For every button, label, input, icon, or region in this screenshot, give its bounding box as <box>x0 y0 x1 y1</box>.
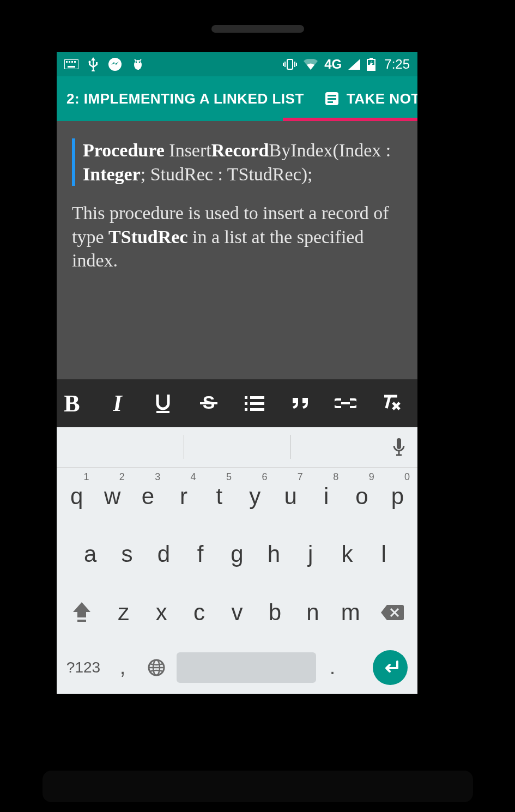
notes-icon <box>324 90 340 107</box>
svg-rect-4 <box>74 61 76 63</box>
key-i[interactable]: i8 <box>308 472 344 520</box>
key-b[interactable]: b <box>256 589 294 637</box>
clock-label: 7:25 <box>384 57 410 72</box>
key-w[interactable]: w2 <box>94 472 130 520</box>
messenger-icon <box>108 57 122 71</box>
backspace-key[interactable] <box>369 604 415 621</box>
key-p[interactable]: p0 <box>380 472 415 520</box>
quote-button[interactable] <box>282 387 319 420</box>
mic-icon[interactable] <box>392 438 405 457</box>
key-m[interactable]: m <box>332 589 369 637</box>
key-t[interactable]: t5 <box>202 472 237 520</box>
svg-rect-20 <box>156 411 169 413</box>
key-e[interactable]: e3 <box>130 472 166 520</box>
key-z[interactable]: z <box>105 589 142 637</box>
key-s[interactable]: s <box>108 530 145 578</box>
svg-rect-17 <box>328 95 336 96</box>
key-u[interactable]: u7 <box>272 472 308 520</box>
svg-rect-24 <box>250 396 264 399</box>
keyboard-row-3: zxcvbnm <box>57 584 417 641</box>
italic-button[interactable]: I <box>99 387 136 420</box>
tab-take-notes[interactable]: TAKE NOTES <box>314 76 417 121</box>
tab-left-label: 2: IMPLEMENTING A LINKED LIST <box>66 90 304 107</box>
space-key[interactable] <box>177 652 316 683</box>
soft-keyboard: q1w2e3r4t5y6u7i8o9p0 asdfghjkl zxcvbnm ?… <box>57 427 417 694</box>
tab-bar: 2: IMPLEMENTING A LINKED LIST TAKE NOTES <box>57 76 417 121</box>
key-g[interactable]: g <box>219 530 255 578</box>
keyboard-row-1: q1w2e3r4t5y6u7i8o9p0 <box>57 468 417 525</box>
key-f[interactable]: f <box>182 530 219 578</box>
usb-icon <box>88 57 98 71</box>
language-key[interactable] <box>140 648 173 687</box>
comma-key[interactable]: , <box>109 648 136 687</box>
key-j[interactable]: j <box>292 530 329 578</box>
code-quote-block: Procedure InsertRecordByIndex(Index : In… <box>72 138 402 186</box>
suggestion-bar[interactable] <box>57 427 417 468</box>
svg-rect-1 <box>66 61 68 63</box>
key-o[interactable]: o9 <box>344 472 379 520</box>
format-toolbar: B I S <box>57 379 417 427</box>
svg-rect-3 <box>71 61 73 63</box>
body-paragraph: This procedure is used to insert a recor… <box>72 201 402 272</box>
svg-point-6 <box>108 58 122 71</box>
list-button[interactable] <box>236 387 273 420</box>
svg-rect-5 <box>68 66 75 68</box>
status-bar: 4G 7:25 <box>57 52 417 76</box>
svg-rect-19 <box>328 101 333 103</box>
svg-rect-28 <box>250 408 264 411</box>
key-k[interactable]: k <box>329 530 365 578</box>
keyboard-row-2: asdfghjkl <box>57 525 417 583</box>
battery-charging-icon <box>367 58 375 71</box>
svg-rect-22 <box>200 402 217 404</box>
tab-right-label: TAKE NOTES <box>347 90 417 107</box>
svg-point-8 <box>136 61 137 63</box>
key-l[interactable]: l <box>366 530 402 578</box>
svg-rect-26 <box>250 402 264 405</box>
svg-rect-0 <box>64 59 78 69</box>
svg-rect-32 <box>77 620 86 622</box>
svg-rect-2 <box>69 61 70 63</box>
shift-key[interactable] <box>59 601 105 624</box>
underline-button[interactable] <box>144 387 181 420</box>
key-y[interactable]: y6 <box>237 472 272 520</box>
symbols-key[interactable]: ?123 <box>61 648 106 687</box>
wifi-icon <box>304 59 318 70</box>
phone-frame: 4G 7:25 2: IMPLEMENTING A LINKED LIST TA… <box>43 5 473 730</box>
key-d[interactable]: d <box>146 530 182 578</box>
keyboard-indicator-icon <box>64 59 78 69</box>
key-h[interactable]: h <box>256 530 292 578</box>
svg-rect-14 <box>369 58 373 59</box>
android-debug-icon <box>132 57 144 71</box>
svg-rect-18 <box>328 98 336 100</box>
enter-key[interactable] <box>373 650 408 685</box>
svg-point-9 <box>139 61 141 63</box>
signal-icon <box>348 59 360 70</box>
clear-format-button[interactable] <box>373 387 410 420</box>
note-content-area[interactable]: Procedure InsertRecordByIndex(Index : In… <box>57 121 417 379</box>
svg-rect-12 <box>287 59 293 69</box>
key-n[interactable]: n <box>294 589 331 637</box>
vibrate-icon <box>283 58 297 70</box>
key-v[interactable]: v <box>218 589 256 637</box>
svg-rect-29 <box>397 438 401 449</box>
key-x[interactable]: x <box>142 589 180 637</box>
svg-line-10 <box>135 59 136 61</box>
strikethrough-button[interactable]: S <box>190 387 227 420</box>
bold-button[interactable]: B <box>57 387 90 420</box>
link-button[interactable] <box>327 387 364 420</box>
network-4g-label: 4G <box>324 57 342 72</box>
svg-point-7 <box>134 60 142 70</box>
key-c[interactable]: c <box>180 589 218 637</box>
key-q[interactable]: q1 <box>59 472 94 520</box>
svg-rect-27 <box>245 408 247 411</box>
keyboard-row-4: ?123 , . <box>57 641 417 694</box>
tab-implementing-linked-list[interactable]: 2: IMPLEMENTING A LINKED LIST <box>57 76 314 121</box>
period-key[interactable]: . <box>319 648 346 687</box>
svg-line-11 <box>140 59 141 61</box>
key-r[interactable]: r4 <box>166 472 201 520</box>
phone-nav-bar <box>43 771 473 802</box>
svg-rect-25 <box>245 402 247 405</box>
phone-speaker <box>211 25 304 33</box>
screen: 4G 7:25 2: IMPLEMENTING A LINKED LIST TA… <box>57 52 417 694</box>
key-a[interactable]: a <box>72 530 108 578</box>
